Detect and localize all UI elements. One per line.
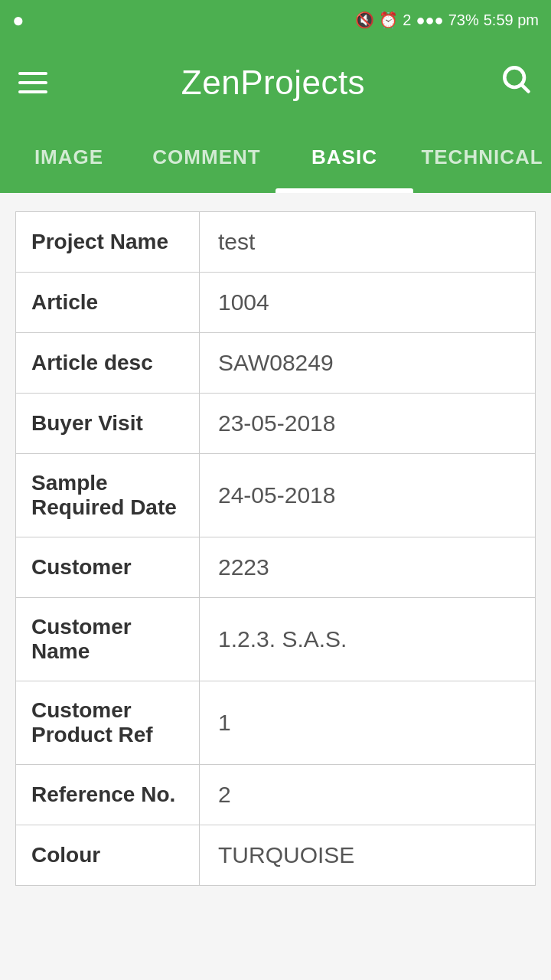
menu-button[interactable] — [18, 72, 47, 93]
table-row: ColourTURQUOISE — [16, 825, 535, 885]
data-table: Project NametestArticle1004Article descS… — [15, 211, 536, 886]
row-value: SAW08249 — [200, 333, 535, 393]
tab-basic[interactable]: BASIC — [276, 126, 413, 193]
table-row: Buyer Visit23-05-2018 — [16, 394, 535, 454]
tab-image[interactable]: IMAGE — [0, 126, 138, 193]
alarm-icon: ⏰ — [379, 11, 398, 29]
row-value: 1 — [200, 681, 535, 764]
status-bar-right: 🔇 ⏰ 2 ●●● 73% 5:59 pm — [355, 11, 539, 29]
table-row: Customer Product Ref1 — [16, 681, 535, 765]
svg-line-1 — [523, 86, 529, 92]
row-label: Sample Required Date — [16, 454, 200, 537]
row-value: 24-05-2018 — [200, 454, 535, 537]
row-label: Customer Product Ref — [16, 681, 200, 764]
tab-image-label: IMAGE — [34, 145, 103, 169]
hamburger-line-3 — [18, 90, 47, 93]
tab-comment-label: COMMENT — [152, 145, 260, 169]
tab-bar: IMAGE COMMENT BASIC TECHNICAL — [0, 126, 551, 193]
tab-technical[interactable]: TECHNICAL — [413, 126, 551, 193]
hamburger-line-1 — [18, 72, 47, 75]
table-row: Article descSAW08249 — [16, 333, 535, 394]
row-value: test — [200, 212, 535, 272]
sim-icon: 2 — [403, 11, 411, 29]
row-label: Article — [16, 273, 200, 332]
row-label: Customer — [16, 537, 200, 597]
tab-basic-label: BASIC — [311, 145, 377, 169]
main-content: Project NametestArticle1004Article descS… — [0, 193, 551, 904]
row-value: 1.2.3. S.A.S. — [200, 598, 535, 681]
app-bar: ZenProjects — [0, 40, 551, 126]
tab-technical-label: TECHNICAL — [421, 145, 543, 169]
mute-icon: 🔇 — [355, 11, 374, 29]
status-bar-left: ● — [12, 8, 24, 32]
table-row: Article1004 — [16, 273, 535, 333]
app-title: ZenProjects — [181, 64, 365, 102]
row-label: Customer Name — [16, 598, 200, 681]
search-icon[interactable] — [499, 62, 533, 103]
table-row: Project Nametest — [16, 212, 535, 273]
row-label: Project Name — [16, 212, 200, 272]
table-row: Customer2223 — [16, 537, 535, 598]
signal-icon: ●●● — [416, 11, 443, 29]
status-bar: ● 🔇 ⏰ 2 ●●● 73% 5:59 pm — [0, 0, 551, 40]
table-row: Reference No.2 — [16, 765, 535, 825]
row-value: 23-05-2018 — [200, 394, 535, 453]
row-label: Reference No. — [16, 765, 200, 825]
tab-comment[interactable]: COMMENT — [138, 126, 276, 193]
time-display: 5:59 pm — [484, 11, 539, 29]
row-value: 1004 — [200, 273, 535, 332]
battery-text: 73% — [448, 11, 479, 29]
row-label: Colour — [16, 825, 200, 885]
whatsapp-icon: ● — [12, 8, 24, 32]
row-value: 2 — [200, 765, 535, 825]
row-value: TURQUOISE — [200, 825, 535, 885]
row-label: Article desc — [16, 333, 200, 393]
table-row: Customer Name1.2.3. S.A.S. — [16, 598, 535, 681]
table-row: Sample Required Date24-05-2018 — [16, 454, 535, 537]
row-value: 2223 — [200, 537, 535, 597]
row-label: Buyer Visit — [16, 394, 200, 453]
hamburger-line-2 — [18, 81, 47, 84]
